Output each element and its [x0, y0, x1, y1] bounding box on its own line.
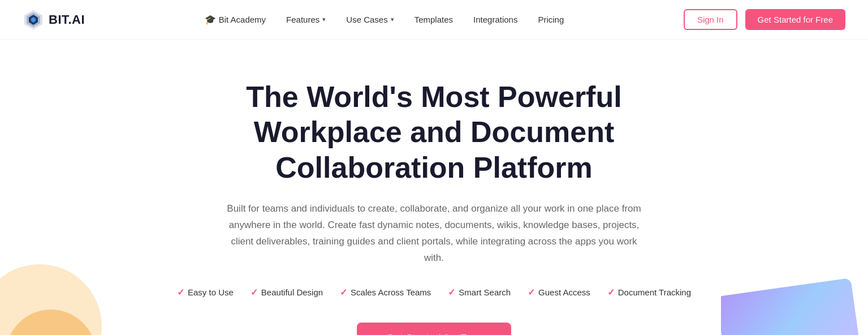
- feature-easy-to-use: ✓ Easy to Use: [177, 287, 234, 298]
- check-icon-6: ✓: [607, 287, 615, 298]
- feature-scales-across-teams: ✓ Scales Across Teams: [340, 287, 431, 298]
- circle-orange: [6, 310, 96, 335]
- logo-icon: [23, 9, 44, 31]
- academy-icon: 🎓: [205, 14, 216, 25]
- check-icon-3: ✓: [340, 287, 347, 298]
- nav-use-cases[interactable]: Use Cases ▾: [346, 15, 394, 24]
- hero-cta-button[interactable]: Get Started for Free: [357, 323, 511, 335]
- nav-integrations[interactable]: Integrations: [473, 15, 517, 24]
- feature-smart-search: ✓ Smart Search: [448, 287, 511, 298]
- check-icon-1: ✓: [177, 287, 184, 298]
- nav-templates[interactable]: Templates: [414, 15, 453, 24]
- check-icon-5: ✓: [528, 287, 535, 298]
- logo-text: BIT.AI: [49, 12, 85, 27]
- check-icon-2: ✓: [251, 287, 258, 298]
- hero-features-list: ✓ Easy to Use ✓ Beautiful Design ✓ Scale…: [177, 287, 691, 298]
- use-cases-chevron-icon: ▾: [391, 16, 394, 23]
- signin-button[interactable]: Sign In: [684, 9, 737, 30]
- navbar: BIT.AI 🎓 Bit Academy Features ▾ Use Case…: [0, 0, 868, 40]
- nav-actions: Sign In Get Started for Free: [684, 9, 845, 30]
- circle-yellow: [0, 264, 102, 335]
- hero-title: The World's Most Powerful Workplace and …: [180, 79, 689, 185]
- deco-right: [721, 253, 868, 335]
- nav-get-started-button[interactable]: Get Started for Free: [745, 9, 845, 30]
- feature-beautiful-design: ✓ Beautiful Design: [251, 287, 323, 298]
- deco-left: [0, 253, 102, 335]
- nav-links: 🎓 Bit Academy Features ▾ Use Cases ▾ Tem…: [205, 14, 564, 25]
- hero-subtitle: Built for teams and individuals to creat…: [222, 201, 646, 267]
- nav-features[interactable]: Features ▾: [286, 15, 326, 24]
- deco-card: [721, 278, 862, 335]
- nav-pricing[interactable]: Pricing: [538, 15, 564, 24]
- nav-academy[interactable]: 🎓 Bit Academy: [205, 14, 266, 25]
- check-icon-4: ✓: [448, 287, 455, 298]
- hero-section: The World's Most Powerful Workplace and …: [0, 40, 868, 335]
- feature-document-tracking: ✓ Document Tracking: [607, 287, 691, 298]
- feature-guest-access: ✓ Guest Access: [528, 287, 590, 298]
- logo[interactable]: BIT.AI: [23, 9, 85, 31]
- features-chevron-icon: ▾: [322, 16, 326, 23]
